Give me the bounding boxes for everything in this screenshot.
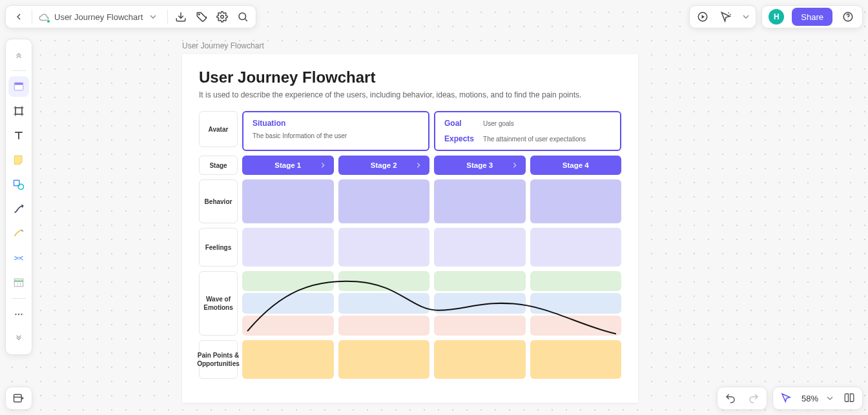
svg-rect-28 — [14, 394, 22, 402]
presentation-group — [689, 5, 756, 28]
insert-panel-button[interactable] — [5, 387, 32, 410]
journey-grid: Avatar Situation The basic Information o… — [199, 111, 621, 379]
search-icon — [237, 11, 249, 23]
confetti-button[interactable] — [716, 8, 736, 26]
connector-tool[interactable] — [8, 199, 29, 219]
stage-2[interactable]: Stage 2 — [338, 156, 430, 175]
feelings-cell[interactable] — [338, 228, 430, 267]
download-button[interactable] — [170, 8, 191, 26]
feelings-cell[interactable] — [242, 228, 334, 267]
pain-cell[interactable] — [338, 340, 430, 379]
feelings-cell[interactable] — [530, 228, 622, 267]
expects-title: Expects — [444, 134, 474, 143]
stage-1[interactable]: Stage 1 — [242, 156, 334, 175]
canvas-frame[interactable]: User Journey Flowchart It is used to des… — [182, 54, 638, 403]
cursor-icon — [780, 392, 792, 404]
svg-point-19 — [18, 184, 23, 189]
behavior-cell[interactable] — [434, 179, 526, 223]
zoom-level[interactable]: 58% — [799, 394, 821, 403]
undo-icon — [725, 392, 736, 404]
stage-4[interactable]: Stage 4 — [530, 156, 622, 175]
svg-point-25 — [15, 314, 16, 315]
row-label-feelings[interactable]: Feelings — [199, 228, 238, 267]
help-button[interactable] — [838, 8, 858, 26]
emotions-area[interactable] — [242, 271, 621, 336]
svg-point-1 — [199, 14, 200, 15]
more-present-button[interactable] — [739, 8, 753, 26]
redo-icon — [748, 392, 760, 404]
search-button[interactable] — [232, 8, 253, 26]
row-label-pain[interactable]: Pain Points & Opportunities — [199, 340, 238, 379]
frame-tool[interactable] — [8, 101, 29, 121]
stage-3[interactable]: Stage 3 — [434, 156, 526, 175]
shape-tool[interactable] — [8, 174, 29, 195]
view-group: 58% — [772, 387, 863, 410]
svg-point-2 — [221, 15, 224, 19]
svg-line-4 — [245, 19, 247, 21]
row-label-stage[interactable]: Stage — [199, 156, 238, 175]
pain-cell[interactable] — [530, 340, 622, 379]
feelings-cell[interactable] — [434, 228, 526, 267]
goal-box[interactable]: Goal User goals Expects The attainment o… — [434, 111, 621, 151]
frame-icon — [12, 105, 25, 117]
pen-tool[interactable] — [8, 223, 29, 244]
download-icon — [175, 11, 187, 23]
back-button[interactable] — [8, 8, 29, 26]
pain-cell[interactable] — [242, 340, 334, 379]
pain-cell[interactable] — [434, 340, 526, 379]
tag-button[interactable] — [191, 8, 212, 26]
svg-rect-10 — [14, 83, 23, 85]
page-title: User Journey Flowchart — [199, 68, 621, 86]
pointer-mode[interactable] — [776, 389, 796, 407]
play-circle-icon — [697, 11, 708, 23]
more-tools-button[interactable] — [8, 304, 29, 325]
share-button[interactable]: Share — [792, 8, 832, 26]
expects-desc: The attainment of user expectations — [483, 136, 611, 143]
table-tool[interactable] — [8, 272, 29, 293]
zoom-menu[interactable] — [823, 389, 836, 407]
user-avatar[interactable]: H — [769, 9, 784, 25]
redo-button[interactable] — [743, 389, 764, 407]
chevron-down-icon — [825, 393, 835, 403]
top-right-toolbar: H Share — [689, 5, 863, 28]
present-button[interactable] — [692, 8, 713, 26]
tool-rail — [5, 39, 32, 355]
chevron-left-icon — [14, 12, 24, 22]
svg-point-27 — [21, 314, 22, 315]
goal-desc: User goals — [483, 120, 611, 127]
separator — [32, 10, 32, 24]
behavior-cell[interactable] — [338, 179, 430, 223]
select-tool[interactable] — [8, 76, 29, 97]
text-tool[interactable] — [8, 125, 29, 146]
book-open-icon — [843, 392, 855, 404]
chevron-right-icon — [510, 161, 519, 170]
mindmap-tool[interactable] — [8, 248, 29, 268]
gear-icon — [216, 11, 228, 23]
situation-box[interactable]: Situation The basic Information of the u… — [242, 111, 429, 151]
bottom-right-controls: 58% — [717, 387, 863, 410]
row-label-emotions[interactable]: Wave of Emotions — [199, 271, 238, 336]
behavior-cell[interactable] — [242, 179, 334, 223]
sticky-note-tool[interactable] — [8, 150, 29, 170]
sticky-note-icon — [12, 154, 25, 167]
cursor-sparkle-icon — [720, 11, 732, 23]
frame-label[interactable]: User Journey Flowchart — [182, 41, 264, 50]
settings-button[interactable] — [212, 8, 232, 26]
row-label-avatar[interactable]: Avatar — [199, 111, 238, 147]
top-left-toolbar: User Journey Flowchart — [5, 5, 256, 28]
row-label-behavior[interactable]: Behavior — [199, 179, 238, 223]
document-title-menu[interactable]: User Journey Flowchart — [35, 8, 165, 26]
behavior-cell[interactable] — [530, 179, 622, 223]
text-icon — [12, 129, 25, 142]
share-group: H Share — [761, 5, 863, 28]
collapse-rail-button[interactable] — [8, 45, 29, 65]
shapes-icon — [12, 178, 25, 191]
history-group — [717, 387, 767, 410]
chevron-double-up-icon — [14, 50, 24, 60]
table-icon — [12, 276, 25, 289]
insert-card-icon — [12, 392, 25, 405]
page-subtitle: It is used to describe the experience of… — [199, 90, 621, 99]
expand-rail-button[interactable] — [8, 329, 29, 349]
undo-button[interactable] — [720, 389, 741, 407]
minimap-button[interactable] — [839, 389, 860, 407]
